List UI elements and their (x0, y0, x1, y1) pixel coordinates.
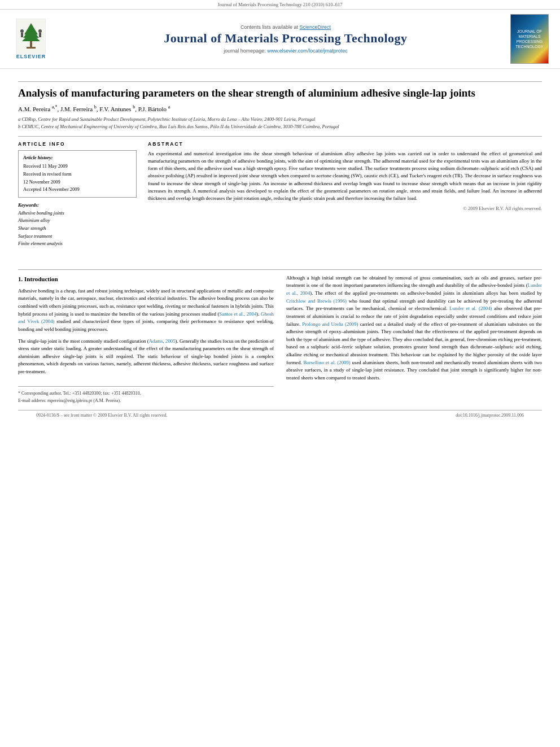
abstract-text: An experimental and numerical investigat… (148, 150, 542, 202)
body-content: 1. Introduction Adhesive bonding is a ch… (0, 259, 560, 432)
keyword-1: Adhesive bonding joints (18, 209, 137, 217)
article-info-col: ARTICLE INFO Article history: Received 1… (18, 141, 137, 248)
elsevier-tree-icon (16, 19, 46, 54)
homepage-url[interactable]: www.elsevier.com/locate/jmatprotec (267, 48, 348, 54)
revised-label: Received in revised form (23, 171, 132, 178)
body-para-1: Adhesive bonding is a cheap, fast and ro… (18, 287, 274, 334)
keywords-label: Keywords: (18, 202, 137, 208)
affiliations: a CDRsp, Centre for Rapid and Sustainabl… (18, 116, 542, 130)
ref-critchlow[interactable]: Critchlow and Brewis (1996) (286, 298, 347, 304)
journal-header: ELSEVIER Contents lists available at Sci… (0, 10, 560, 69)
body-left-col: 1. Introduction Adhesive bonding is a ch… (18, 274, 274, 405)
journal-reference: Journal of Materials Processing Technolo… (218, 2, 343, 7)
sciencedirect-link[interactable]: ScienceDirect (300, 24, 331, 30)
footnote-area: * Corresponding author. Tel.: +351 44820… (18, 386, 274, 405)
ref-lunder1[interactable]: Lunder et al., 2004 (286, 282, 542, 296)
footer-issn: 0924-0136/$ – see front matter © 2009 El… (36, 413, 168, 418)
article-history-block: Article history: Received 11 May 2009 Re… (18, 150, 137, 198)
ref-lunder2[interactable]: Lunder et al. (2004) (449, 305, 492, 311)
accepted-date: Accepted 14 November 2009 (23, 186, 132, 194)
svg-point-8 (38, 29, 42, 33)
body-columns: 1. Introduction Adhesive bonding is a ch… (18, 274, 542, 405)
authors-line: A.M. Pereira a,*, J.M. Ferreira b, F.V. … (18, 105, 542, 113)
body-para-right-1: Although a high initial strength can be … (286, 274, 542, 382)
ref-prolongo[interactable]: Prolongo and Ureña (2009) (302, 321, 358, 327)
history-label: Article history: (23, 154, 132, 162)
keywords-block: Keywords: Adhesive bonding joints Alumin… (18, 202, 137, 248)
elsevier-brand-text: ELSEVIER (16, 54, 46, 59)
ref-santos[interactable]: Santos et al., 2004 (219, 311, 256, 317)
body-para-2: The single-lap joint is the most commonl… (18, 338, 274, 376)
svg-point-6 (20, 29, 24, 33)
author-ferreira: J.M. Ferreira b, (60, 106, 98, 112)
intro-heading: 1. Introduction (18, 274, 274, 284)
footer-bar: 0924-0136/$ – see front matter © 2009 El… (18, 410, 542, 420)
affiliation-b: b CEMUC, Centre of Mechanical Engineerin… (18, 123, 542, 130)
abstract-col: ABSTRACT An experimental and numerical i… (148, 141, 542, 248)
article-title: Analysis of manufacturing parameters on … (18, 86, 542, 101)
author-pereira: A.M. Pereira a,*, (18, 106, 59, 112)
article-content: Analysis of manufacturing parameters on … (0, 69, 560, 259)
copyright-notice: © 2009 Elsevier B.V. All rights reserved… (148, 206, 542, 211)
footnote-corresponding: * Corresponding author. Tel.: +351 44820… (18, 390, 274, 397)
svg-rect-9 (39, 33, 41, 37)
article-info-label: ARTICLE INFO (18, 141, 137, 147)
body-right-col: Although a high initial strength can be … (286, 274, 542, 405)
affiliation-a: a CDRsp, Centre for Rapid and Sustainabl… (18, 116, 542, 123)
journal-cover-image: JOURNAL OFMATERIALSPROCESSINGTECHNOLOGY (510, 14, 549, 64)
article-info-abstract: ARTICLE INFO Article history: Received 1… (18, 141, 542, 248)
abstract-label: ABSTRACT (148, 141, 542, 147)
footer-doi: doi:10.1016/j.jmatprotec.2009.11.006 (456, 413, 524, 418)
received-date: Received 11 May 2009 (23, 163, 132, 171)
elsevier-logo: ELSEVIER (11, 19, 51, 59)
page-wrapper: Journal of Materials Processing Technolo… (0, 0, 560, 747)
svg-rect-7 (21, 33, 23, 37)
revised-date: 12 November 2009 (23, 178, 132, 186)
keyword-3: Shear strength (18, 225, 137, 233)
journal-homepage: journal homepage: www.elsevier.com/locat… (61, 48, 510, 54)
keyword-2: Aluminium alloy (18, 217, 137, 225)
journal-top-bar: Journal of Materials Processing Technolo… (0, 0, 560, 10)
journal-title: Journal of Materials Processing Technolo… (61, 31, 510, 46)
svg-rect-1 (30, 40, 32, 48)
ref-borsellino[interactable]: Borsellino et al. (2009) (303, 360, 350, 365)
keyword-5: Finite element analysis (18, 240, 137, 248)
journal-title-block: Contents lists available at ScienceDirec… (61, 24, 510, 54)
svg-rect-2 (27, 47, 36, 49)
footnote-email: E-mail address: mpereira@estg.ipleira.pt… (18, 397, 274, 405)
ref-adams[interactable]: Adams, 2005 (149, 338, 176, 344)
keyword-4: Surface treatment (18, 233, 137, 241)
contents-label: Contents lists available at ScienceDirec… (61, 24, 510, 30)
author-bartolo: P.J. Bártolo a (138, 106, 170, 112)
author-antunes: F.V. Antunes b, (99, 106, 137, 112)
